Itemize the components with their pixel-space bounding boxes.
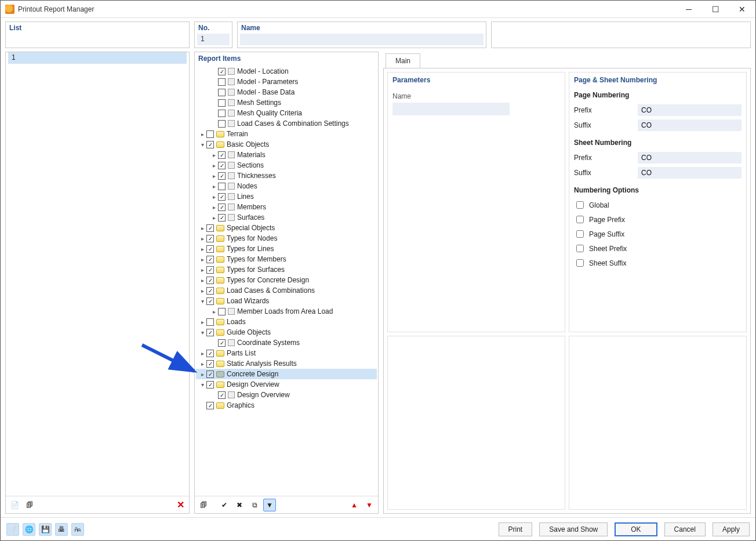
sheet-suffix-input[interactable] <box>638 167 742 179</box>
collapse-icon[interactable]: ▾ <box>198 382 206 388</box>
bottom-btn-2[interactable]: 🌐 <box>23 523 35 536</box>
tree-checkbox[interactable] <box>206 318 214 326</box>
tree-node[interactable]: ▸Types for Members <box>196 254 377 264</box>
page-suffix-input[interactable] <box>638 119 742 131</box>
opt-page-prefix-checkbox[interactable] <box>576 216 584 223</box>
expand-icon[interactable]: ▸ <box>210 162 218 169</box>
expand-icon[interactable]: ▸ <box>210 173 218 179</box>
tree-checkbox[interactable] <box>218 110 226 117</box>
tree-checkbox[interactable] <box>218 193 226 201</box>
tree-node[interactable]: ▸Concrete Design <box>196 369 377 379</box>
tree-node[interactable]: Design Overview <box>196 390 377 400</box>
tree-checkbox[interactable] <box>206 287 214 295</box>
tree-node[interactable]: ▾Load Wizards <box>196 296 377 306</box>
language-button[interactable]: 🗛 <box>71 523 84 536</box>
move-down-button[interactable]: ▼ <box>363 499 376 511</box>
tree-node[interactable]: ▸Sections <box>196 160 377 170</box>
tree-node[interactable]: ▸Materials <box>196 150 377 160</box>
tree-node[interactable]: ▸Lines <box>196 191 377 202</box>
tree-node[interactable]: ▸Terrain <box>196 129 377 139</box>
save-and-show-button[interactable]: Save and Show <box>539 522 608 536</box>
tree-node[interactable]: Coordinate Systems <box>196 337 377 348</box>
tree-checkbox[interactable] <box>218 162 226 169</box>
new-list-button[interactable]: 📄 <box>8 499 21 511</box>
tree-checkbox[interactable] <box>206 371 214 378</box>
opt-sheet-suffix-checkbox[interactable] <box>576 259 584 267</box>
tree-node[interactable]: Mesh Quality Criteria <box>196 108 377 118</box>
tree-checkbox[interactable] <box>218 339 226 347</box>
report-items-tree[interactable]: Model - LocationModel - ParametersModel … <box>195 65 378 496</box>
tree-node[interactable]: ▸Surfaces <box>196 212 377 223</box>
expand-icon[interactable]: ▸ <box>210 183 218 190</box>
tree-toolbar-btn-1[interactable]: 🗐 <box>197 499 210 511</box>
tree-checkbox[interactable] <box>206 297 214 305</box>
tree-checkbox[interactable] <box>218 214 226 222</box>
opt-sheet-prefix-checkbox[interactable] <box>576 245 584 252</box>
tree-checkbox[interactable] <box>206 381 214 388</box>
save-button[interactable]: 💾 <box>39 523 52 536</box>
expand-icon[interactable]: ▸ <box>198 246 206 252</box>
close-button[interactable]: ✕ <box>729 1 755 18</box>
tree-node[interactable]: ▸Member Loads from Area Load <box>196 306 377 317</box>
move-up-button[interactable]: ▲ <box>348 499 361 511</box>
opt-global-checkbox[interactable] <box>576 201 584 209</box>
name-input[interactable] <box>240 34 484 45</box>
tree-checkbox[interactable] <box>206 350 214 357</box>
sheet-prefix-input[interactable] <box>638 152 742 164</box>
expand-icon[interactable]: ▸ <box>210 194 218 200</box>
tree-checkbox[interactable] <box>206 245 214 253</box>
expand-icon[interactable]: ▸ <box>210 215 218 221</box>
tree-checkbox[interactable] <box>206 141 214 148</box>
tree-checkbox[interactable] <box>218 120 226 128</box>
tree-checkbox[interactable] <box>206 277 214 284</box>
tab-main[interactable]: Main <box>386 53 420 68</box>
tree-node[interactable]: ▸Parts List <box>196 348 377 358</box>
tree-toolbar-btn-4[interactable]: ⧉ <box>248 499 261 511</box>
delete-list-button[interactable]: ✕ <box>174 499 187 511</box>
tree-checkbox[interactable] <box>218 391 226 399</box>
tree-node[interactable]: ▸Load Cases & Combinations <box>196 285 377 296</box>
expand-icon[interactable]: ▸ <box>198 131 206 137</box>
expand-icon[interactable]: ▸ <box>198 288 206 294</box>
tree-filter-button[interactable]: ▼ <box>263 499 276 511</box>
expand-icon[interactable]: ▸ <box>198 225 206 231</box>
tree-node[interactable]: Mesh Settings <box>196 97 377 108</box>
tree-node[interactable]: ▸Special Objects <box>196 223 377 233</box>
list-selected-row[interactable]: 1 <box>8 52 187 64</box>
expand-icon[interactable]: ▸ <box>198 350 206 357</box>
tree-checkbox[interactable] <box>218 204 226 211</box>
tree-checkbox[interactable] <box>206 329 214 336</box>
tree-checkbox[interactable] <box>218 68 226 75</box>
tree-checkbox[interactable] <box>206 256 214 263</box>
tree-node[interactable]: ▸Loads <box>196 317 377 327</box>
tree-node[interactable]: ▸Types for Nodes <box>196 233 377 244</box>
expand-icon[interactable]: ▸ <box>198 361 206 367</box>
tree-checkbox[interactable] <box>218 308 226 315</box>
expand-icon[interactable]: ▸ <box>198 277 206 284</box>
tree-checkbox[interactable] <box>218 151 226 159</box>
tree-checkbox[interactable] <box>218 78 226 86</box>
tree-node[interactable]: Model - Parameters <box>196 77 377 87</box>
bottom-btn-4[interactable]: 🖶 <box>55 523 68 536</box>
tree-node[interactable]: Load Cases & Combination Settings <box>196 118 377 129</box>
tree-node[interactable]: Graphics <box>196 400 377 411</box>
help-button[interactable]: ❔ <box>6 523 19 536</box>
param-name-input[interactable] <box>392 103 510 115</box>
opt-page-suffix-checkbox[interactable] <box>576 230 584 238</box>
expand-icon[interactable]: ▸ <box>198 256 206 263</box>
expand-icon[interactable]: ▸ <box>210 204 218 210</box>
tree-checkbox[interactable] <box>206 130 214 138</box>
tree-checkbox[interactable] <box>206 235 214 242</box>
collapse-icon[interactable]: ▾ <box>198 298 206 304</box>
maximize-button[interactable]: ☐ <box>702 1 729 18</box>
tree-node[interactable]: ▸Thicknesses <box>196 170 377 181</box>
tree-node[interactable]: ▸Types for Lines <box>196 244 377 254</box>
tree-checkbox[interactable] <box>218 89 226 96</box>
expand-icon[interactable]: ▸ <box>210 308 218 315</box>
tree-node[interactable]: ▸Nodes <box>196 181 377 191</box>
tree-node[interactable]: ▸Static Analysis Results <box>196 358 377 369</box>
apply-button[interactable]: Apply <box>713 522 750 536</box>
copy-list-button[interactable]: 🗐 <box>23 499 36 511</box>
ok-button[interactable]: OK <box>615 522 657 536</box>
tree-checkbox[interactable] <box>218 99 226 107</box>
